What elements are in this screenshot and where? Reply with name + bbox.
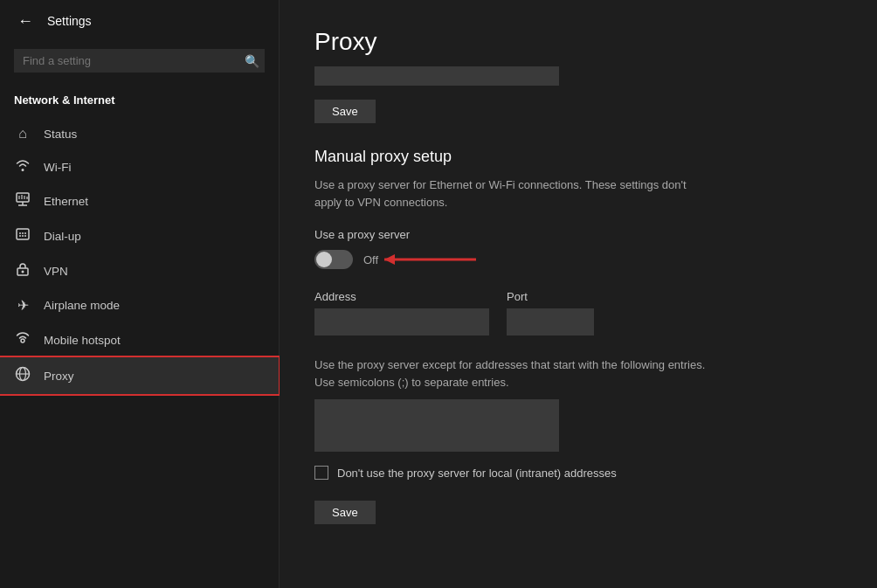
use-proxy-label: Use a proxy server [314,228,842,241]
svg-point-10 [24,232,26,234]
sidebar-item-proxy[interactable]: Proxy [0,357,279,394]
section-label: Network & Internet [0,86,279,114]
toggle-knob [316,252,332,267]
sidebar-item-label: Airplane mode [44,299,120,312]
address-port-row: Address Port [314,290,842,336]
sidebar-item-label: Status [44,128,77,141]
sidebar-item-hotspot[interactable]: Mobile hotspot [0,322,279,357]
save-button-top[interactable]: Save [314,100,376,123]
search-icon[interactable]: 🔍 [245,54,259,68]
red-arrow-svg [376,246,480,273]
ethernet-icon [14,192,31,210]
main-content: Proxy Save Manual proxy setup Use a prox… [280,0,877,588]
svg-point-11 [19,235,21,237]
sidebar-item-ethernet[interactable]: Ethernet [0,183,279,218]
port-field-group: Port [507,290,594,336]
svg-point-8 [19,232,21,234]
sidebar-item-label: Proxy [44,370,74,383]
search-container: 🔍 [0,42,279,80]
search-wrapper: 🔍 [14,49,265,73]
dialup-icon [14,227,31,245]
airplane-icon: ✈ [14,297,31,314]
address-label: Address [314,290,489,303]
sidebar-item-airplane[interactable]: ✈ Airplane mode [0,288,279,322]
manual-proxy-title: Manual proxy setup [314,148,842,166]
save-button-bottom[interactable]: Save [314,501,376,524]
sidebar-item-label: VPN [44,265,68,278]
wifi-icon [14,159,31,175]
local-intranet-checkbox[interactable] [314,466,328,480]
address-input[interactable] [314,308,489,336]
svg-point-9 [22,232,24,234]
sidebar-title: Settings [47,14,92,28]
search-input[interactable] [14,49,265,73]
manual-proxy-description: Use a proxy server for Ethernet or Wi-Fi… [314,176,716,211]
checkbox-row: Don't use the proxy server for local (in… [314,466,842,480]
exceptions-textarea[interactable] [314,399,559,452]
sidebar-header: ← Settings [0,0,279,42]
sidebar-item-dialup[interactable]: Dial-up [0,218,279,253]
svg-point-12 [22,235,24,237]
svg-marker-21 [384,254,395,265]
svg-point-13 [24,235,26,237]
sidebar-nav: ⌂ Status Wi-Fi [0,117,279,394]
checkbox-label: Don't use the proxy server for local (in… [337,467,617,480]
arrow-annotation [376,246,480,273]
sidebar-item-status[interactable]: ⌂ Status [0,117,279,150]
port-label: Port [507,290,594,303]
address-field-group: Address [314,290,489,336]
sidebar-item-label: Wi-Fi [44,161,71,174]
sidebar: ← Settings 🔍 Network & Internet ⌂ Status… [0,0,280,588]
home-icon: ⌂ [14,126,31,142]
sidebar-item-label: Mobile hotspot [44,334,121,347]
page-title: Proxy [314,28,842,56]
svg-point-16 [21,339,24,342]
sidebar-item-label: Dial-up [44,230,81,243]
proxy-toggle[interactable] [314,250,353,269]
vpn-icon [14,262,31,280]
svg-point-15 [22,271,24,273]
back-button[interactable]: ← [14,9,37,34]
sidebar-item-vpn[interactable]: VPN [0,253,279,288]
port-input[interactable] [507,308,594,336]
proxy-icon [14,366,31,385]
hotspot-icon [14,331,31,349]
exceptions-description: Use the proxy server except for addresse… [314,356,716,391]
toggle-row: Off [314,250,842,269]
sidebar-item-label: Ethernet [44,195,88,208]
proxy-input-bar [314,66,559,86]
sidebar-item-wifi[interactable]: Wi-Fi [0,150,279,183]
